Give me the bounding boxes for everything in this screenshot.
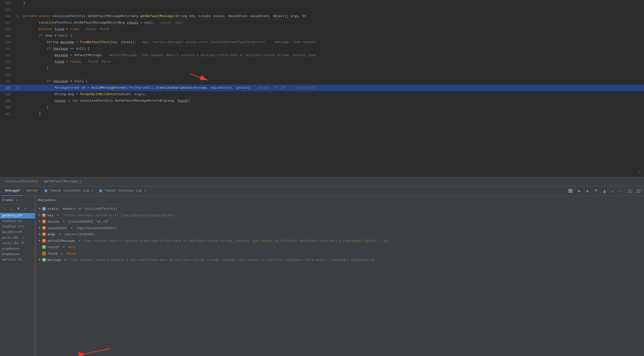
var-item-message[interactable]: ▶ ≡ message = "the request doesn't conta…: [36, 257, 644, 263]
variables-header: Variables: [36, 196, 644, 205]
variables-panel: Variables ▶ S static members of Localize…: [36, 196, 644, 356]
tab-debugger-label: Debugger: [5, 189, 20, 193]
toolbar-step-over-btn[interactable]: [576, 188, 582, 195]
code-line-388: 388 boolean found = true; found: false: [0, 26, 644, 33]
var-expand-locale: ▶: [39, 219, 40, 223]
line-content-384: }: [21, 0, 644, 7]
frame-item-parse105[interactable]: parse:105, J: [0, 235, 35, 241]
line-content-386: private static LocalizedTextUtil.GetDefa…: [21, 13, 644, 20]
tab-tomcat-localhost-close[interactable]: ✕: [91, 189, 93, 192]
var-value-message: "the request doesn't contain a multipart…: [70, 258, 380, 263]
frames-label: Frames: [2, 198, 14, 202]
toolbar-settings-btn[interactable]: [635, 188, 642, 195]
code-line-398: 398 String msg = formatWithNullDetection…: [0, 91, 644, 98]
var-item-locale[interactable]: ▶ P locale = {Locale@3809} "zh_CN": [36, 219, 644, 225]
tab-tomcat-localhost[interactable]: ▶ Tomcat Localhost Log ✕: [41, 186, 96, 196]
var-value-valuestack: {OgnlValueStack@3812}: [76, 226, 117, 231]
tab-tomcat-catalina-close[interactable]: ✕: [144, 189, 146, 192]
toolbar-frames-btn[interactable]: [567, 188, 574, 195]
frame-up-btn[interactable]: ↑: [2, 206, 8, 212]
tab-debugger[interactable]: Debugger: [2, 186, 24, 196]
variables-arrow-svg: [36, 346, 136, 356]
line-num-389: 389: [0, 34, 14, 38]
tab-server[interactable]: Server: [24, 186, 41, 196]
var-value-args: {Object[0]@3885}: [64, 232, 96, 237]
line-num-399: 399: [0, 99, 14, 103]
frame-item-builderrorm[interactable]: buildErrorM: [0, 230, 35, 235]
frame-item-wrapreques2[interactable]: wrapReques: [0, 252, 35, 257]
toolbar-step-out-btn[interactable]: [592, 188, 600, 195]
variables-arrow-area: [36, 346, 644, 356]
var-item-key[interactable]: ▶ P key = "struts.messages.upload.error.…: [36, 212, 644, 219]
var-expand-found: [39, 251, 40, 255]
code-line-387: 387 LocalizedTextUtil.GetDefaultMessageR…: [0, 20, 644, 26]
debugger-content: Frames ▾ ↑ ↓ ▼ + getDefaultM findText:54…: [0, 196, 644, 356]
code-line-400: 400 }: [0, 104, 644, 111]
code-line-396: 396 if (message ≠ null) {: [0, 78, 644, 85]
toolbar-step-into-btn[interactable]: [584, 188, 591, 195]
frame-add-btn[interactable]: +: [22, 206, 28, 212]
toolbar-run-to-cursor-btn[interactable]: [601, 188, 608, 195]
svg-text:⇒: ⇒: [620, 190, 622, 193]
line-content-401: }: [21, 111, 644, 117]
var-eq-locale: =: [61, 219, 66, 224]
frames-dropdown-icon[interactable]: ▾: [16, 198, 18, 202]
toolbar-table-btn[interactable]: [626, 188, 634, 195]
tab-tomcat-catalina[interactable]: ▶ Tomcat Catalina Log ✕: [96, 186, 149, 196]
svg-rect-1: [568, 189, 573, 190]
frame-item-findtext54[interactable]: findText:54↓: [0, 219, 35, 224]
line-num-396: 396: [0, 80, 14, 83]
var-eq-key: =: [55, 213, 60, 218]
var-icon-valuestack: P: [42, 226, 46, 230]
frame-item-dofilter91[interactable]: doFilter:91,: [0, 257, 35, 263]
var-icon-locale: P: [42, 220, 46, 224]
line-num-395: 395: [0, 73, 14, 77]
var-item-args[interactable]: ▶ P args = {Object[0]@3885}: [36, 231, 644, 238]
breadcrumb-method: getDefaultMessage(): [44, 180, 81, 183]
line-num-401: 401: [0, 112, 14, 116]
var-item-static[interactable]: ▶ S static members of LocalizedTextUtil: [36, 206, 644, 212]
variables-list: ▶ S static members of LocalizedTextUtil …: [36, 205, 644, 346]
toolbar-evaluate-btn[interactable]: ↺: [610, 188, 616, 195]
line-content-392: message = defaultMessage; defaultMessage…: [21, 52, 644, 59]
breakpoint-icon: ⚡: [16, 86, 18, 90]
code-line-390: 390 String message = findDefaultText(key…: [0, 39, 644, 46]
line-num-393: 393: [0, 60, 14, 64]
tomcat-catalina-icon: ▶: [99, 189, 102, 193]
line-num-391: 391: [0, 47, 14, 51]
var-name-locale: locale: [48, 219, 59, 224]
var-value-result: null: [68, 245, 76, 250]
code-line-395: 395: [0, 72, 644, 78]
var-item-defaultmessage[interactable]: ▶ P defaultMessage = "the request doesn'…: [36, 238, 644, 244]
var-item-result[interactable]: ≡ result = null: [36, 244, 644, 251]
var-name-defaultmessage: defaultMessage: [48, 239, 75, 244]
code-line-401: 401 }: [0, 111, 644, 117]
breadcrumb-class: LocalizedTextUtil: [5, 180, 38, 183]
line-num-384: 384: [0, 2, 14, 5]
tabs-bar: Debugger Server ▶ Tomcat Localhost Log ✕…: [0, 186, 644, 196]
line-content-400: }: [21, 104, 644, 111]
var-icon-args: P: [42, 232, 46, 236]
var-item-found[interactable]: □ found = false: [36, 251, 644, 257]
var-item-valuestack[interactable]: ▶ P valueStack = {OgnlValueStack@3812}: [36, 225, 644, 232]
var-eq-found: =: [59, 251, 64, 256]
var-value-key: "struts.messages.upload.error.InvalidCon…: [62, 213, 175, 218]
var-name-result: result: [48, 245, 59, 250]
line-content-396: if (message ≠ null) {: [21, 78, 644, 85]
var-eq-args: =: [57, 232, 62, 237]
resize-corner-icon: ⤢: [638, 170, 641, 175]
frame-down-btn[interactable]: ↓: [8, 206, 14, 212]
var-icon-key: P: [42, 213, 46, 217]
toolbar-trace-btn[interactable]: ⇒: [618, 188, 625, 195]
frame-filter-btn[interactable]: ▼: [16, 206, 22, 212]
variables-label: Variables: [38, 198, 56, 202]
frame-item-getdefaultm[interactable]: getDefaultM: [0, 213, 35, 219]
var-expand-args: ▶: [39, 232, 40, 236]
frame-item-wrapreques1[interactable]: wrapReques: [0, 246, 35, 252]
var-value-defaultmessage: "the request doesn't contain a multipart…: [84, 239, 388, 244]
line-content-397: MessageFormat mf = buildMessageFormat(Te…: [21, 85, 644, 91]
frame-item-findtext372[interactable]: findText:372: [0, 224, 35, 230]
line-content-387: LocalizedTextUtil.GetDefaultMessageRetur…: [21, 20, 644, 26]
line-content-394: }: [21, 65, 644, 72]
frame-item-init84[interactable]: <init>:84, M: [0, 241, 35, 246]
